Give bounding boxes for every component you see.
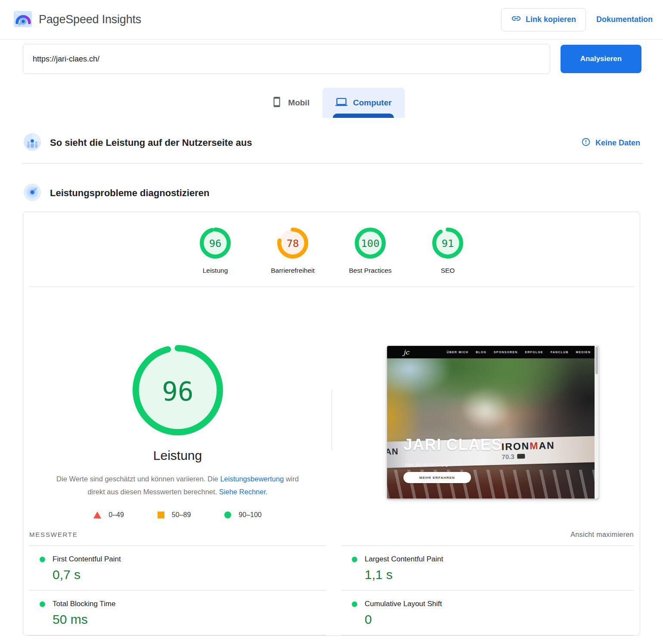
ironman-mdot: M xyxy=(530,440,539,452)
app-title: PageSpeed Insights xyxy=(39,13,141,26)
metric-value: 50 ms xyxy=(53,612,326,627)
ironman-logo-block xyxy=(517,454,525,459)
copy-link-button[interactable]: Link kopieren xyxy=(501,8,586,31)
smartphone-icon xyxy=(271,96,282,110)
preview-hero-title: JARI CLAES xyxy=(403,436,502,454)
gauge-description: Die Werte sind geschätzt und können vari… xyxy=(49,472,307,498)
preview-navbar: jc ÜBER MICH BLOG SPONSOREN ERFOLGE FANC… xyxy=(387,346,598,358)
gauge-title: Leistung xyxy=(153,448,202,463)
score-label: SEO xyxy=(409,267,486,274)
tab-mobil[interactable]: Mobil xyxy=(258,88,322,118)
page-screenshot-thumbnail[interactable]: jc ÜBER MICH BLOG SPONSOREN ERFOLGE FANC… xyxy=(387,345,599,499)
score-label: Leistung xyxy=(177,267,254,274)
svg-text:96: 96 xyxy=(162,376,193,407)
legend-label: 0–49 xyxy=(108,511,124,519)
svg-text:100: 100 xyxy=(361,237,380,250)
metric-value: 0 xyxy=(365,612,634,627)
good-dot-icon xyxy=(352,557,357,562)
preview-nav-item: SPONSOREN xyxy=(494,351,518,354)
score-item-leistung: 96 Leistung xyxy=(177,228,254,274)
average-square-icon xyxy=(158,512,164,518)
preview-nav-item: BLOG xyxy=(476,351,486,354)
url-input[interactable] xyxy=(23,44,550,74)
legend-item-average: 50–89 xyxy=(158,511,191,519)
preview-nav-item: FANCLUB xyxy=(551,351,569,354)
column-divider xyxy=(332,389,332,451)
score-gauge-barrierefreiheit[interactable]: 78 xyxy=(277,228,308,259)
device-tabs: Mobil Computer xyxy=(0,88,663,118)
ironman-text: IRON xyxy=(501,441,530,453)
score-gauge-leistung[interactable]: 96 xyxy=(200,228,231,259)
preview-nav-item: ÜBER MICH xyxy=(446,351,468,354)
preview-nav-menu: ÜBER MICH BLOG SPONSOREN ERFOLGE FANCLUB… xyxy=(446,351,591,354)
messwerte-heading: MESSWERTE xyxy=(29,531,78,538)
score-item-best-practices: 100 Best Practices xyxy=(332,228,409,274)
metric-name: Total Blocking Time xyxy=(53,600,115,608)
url-bar: Analysieren xyxy=(0,40,663,74)
ironman-text: AN xyxy=(539,440,555,451)
metric-fcp: First Contentful Paint 0,7 s xyxy=(29,546,326,591)
score-gauge-seo[interactable]: 91 xyxy=(432,228,463,259)
score-gauge-best-practices[interactable]: 100 xyxy=(355,228,386,259)
metric-value: 1,1 s xyxy=(365,567,634,582)
category-scores: 96 Leistung 78 Barrierefreiheit 100 Best… xyxy=(23,212,640,274)
good-dot-icon xyxy=(352,601,357,607)
score-item-barrierefreiheit: 78 Barrierefreiheit xyxy=(254,228,332,274)
legend-item-good: 90–100 xyxy=(224,511,261,519)
field-data-title: So sieht die Leistung auf der Nutzerseit… xyxy=(50,137,252,148)
no-data-link[interactable]: Keine Daten xyxy=(581,137,640,149)
diagnose-icon xyxy=(23,183,42,203)
app-header: PageSpeed Insights Link kopieren Dokumen… xyxy=(0,0,663,40)
score-label: Best Practices xyxy=(332,267,409,274)
gauge-desc-text: Die Werte sind geschätzt und können vari… xyxy=(56,475,220,483)
performance-gauge-column: 96 Leistung Die Werte sind geschätzt und… xyxy=(23,287,332,519)
preview-scrollbar xyxy=(595,346,598,499)
pagespeed-logo-icon xyxy=(13,9,33,31)
preview-logo: jc xyxy=(403,348,409,356)
banner-fragment: AN xyxy=(387,447,399,457)
preview-cta-button: MEHR ERFAHREN xyxy=(403,472,471,483)
maximize-view-button[interactable]: Ansicht maximieren xyxy=(570,531,634,539)
performance-main-gauge: 96 xyxy=(133,345,223,435)
metric-name: Cumulative Layout Shift xyxy=(365,600,442,608)
documentation-link[interactable]: Dokumentation xyxy=(596,15,655,24)
copy-link-label: Link kopieren xyxy=(526,15,576,24)
tab-computer[interactable]: Computer xyxy=(322,88,405,118)
metric-lcp: Largest Contentful Paint 1,1 s xyxy=(341,546,634,591)
legend-item-poor: 0–49 xyxy=(93,511,124,519)
info-icon xyxy=(581,137,591,149)
preview-nav-item: ERFOLGE xyxy=(525,351,543,354)
diagnose-section-header: Leistungsprobleme diagnostizieren xyxy=(0,183,663,203)
field-data-section-header: So sieht die Leistung auf der Nutzerseit… xyxy=(0,132,663,153)
leistungsbewertung-link[interactable]: Leistungsbewertung xyxy=(220,475,284,483)
section-divider xyxy=(23,163,642,163)
ironman-logo: IRONMAN 70.3 xyxy=(501,440,555,460)
metric-value: 0,7 s xyxy=(53,567,326,582)
pagespeed-insights-page: PageSpeed Insights Link kopieren Dokumen… xyxy=(0,0,663,636)
svg-text:96: 96 xyxy=(209,237,222,250)
tab-mobil-label: Mobil xyxy=(288,98,310,108)
ironman-703: 70.3 xyxy=(502,453,514,461)
messwerte-header-row: MESSWERTE Ansicht maximieren xyxy=(29,531,634,539)
preview-nav-item: MEDIEN xyxy=(576,351,591,354)
siehe-rechner-link[interactable]: Siehe Rechner. xyxy=(219,488,268,496)
preview-hero-image: AN IRONMAN 70.3 JARI CLAES Jage, bis du … xyxy=(387,358,598,499)
good-dot-icon xyxy=(40,557,45,562)
no-data-label: Keine Daten xyxy=(595,139,640,148)
screenshot-column: jc ÜBER MICH BLOG SPONSOREN ERFOLGE FANC… xyxy=(332,287,640,519)
computer-icon xyxy=(335,96,347,110)
field-data-icon xyxy=(23,132,42,153)
tab-selected-indicator xyxy=(333,114,394,118)
metric-name: Largest Contentful Paint xyxy=(365,555,443,564)
score-legend: 0–49 50–89 90–100 xyxy=(93,511,261,519)
legend-label: 90–100 xyxy=(239,511,261,519)
metrics-grid: First Contentful Paint 0,7 s Total Block… xyxy=(29,545,634,635)
metrics-right-column: Largest Contentful Paint 1,1 s Cumulativ… xyxy=(341,545,634,635)
analyze-button[interactable]: Analysieren xyxy=(561,45,641,73)
svg-text:78: 78 xyxy=(287,237,299,250)
preview-scrollbar-thumb xyxy=(595,347,598,374)
metric-tbt: Total Blocking Time 50 ms xyxy=(29,591,326,635)
good-dot-icon xyxy=(40,601,45,607)
tab-computer-label: Computer xyxy=(353,98,392,108)
diagnose-title: Leistungsprobleme diagnostizieren xyxy=(50,188,209,199)
